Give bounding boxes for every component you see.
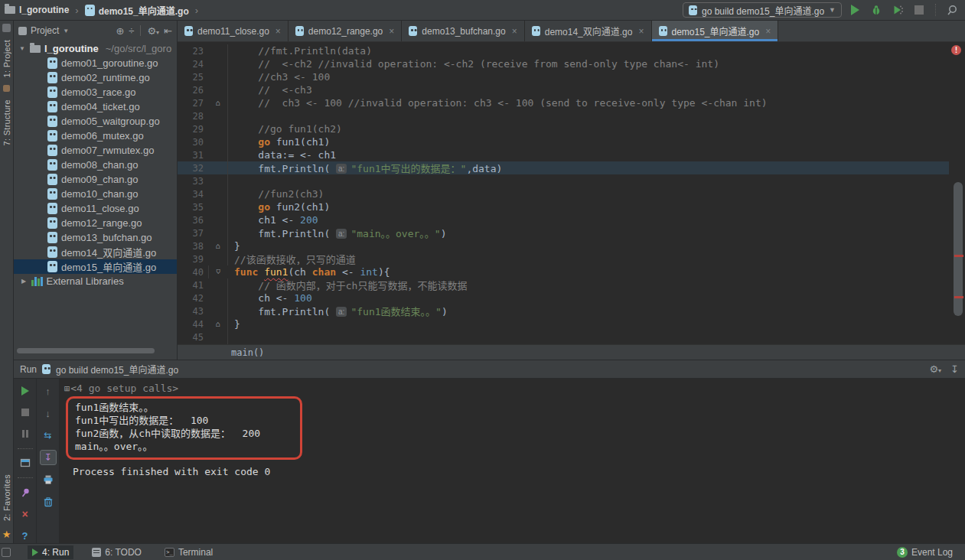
close-tab-icon[interactable]: ×: [638, 26, 644, 37]
console-output-line: fun1函数结束。。: [75, 401, 260, 414]
go-file-icon: [409, 26, 417, 36]
editor-tab[interactable]: demo15_单向通道.go×: [652, 21, 779, 41]
close-tab-icon[interactable]: ×: [275, 26, 281, 37]
coverage-icon: [892, 5, 903, 15]
run-with-coverage-button[interactable]: [889, 2, 906, 18]
tree-file-item[interactable]: demo03_race.go: [14, 85, 177, 99]
print-button[interactable]: [40, 472, 57, 487]
expand-arrow-icon[interactable]: ▼: [18, 45, 26, 52]
run-configuration-select[interactable]: go build demo15_单向通道.go ▼: [683, 2, 842, 18]
fold-marker-icon[interactable]: ⌂: [208, 265, 228, 278]
debug-button[interactable]: [868, 2, 885, 18]
collapse-all-button[interactable]: ÷: [129, 26, 134, 36]
star-icon: ★: [2, 529, 11, 540]
run-console-output[interactable]: ⊞<4 go setup calls> fun1函数结束。。fun1中写出的数据…: [60, 379, 965, 543]
restore-layout-button[interactable]: [17, 456, 34, 470]
stop-button[interactable]: [911, 2, 928, 18]
tree-file-item[interactable]: demo01_goroutine.go: [14, 56, 177, 70]
breadcrumb-file[interactable]: demo15_单向通道.go: [85, 4, 189, 17]
settings-gear-button[interactable]: ⚙▾: [147, 26, 159, 36]
fold-marker-icon[interactable]: ⌂: [208, 96, 228, 109]
pause-output-button[interactable]: [17, 427, 34, 441]
tree-file-item[interactable]: demo11_close.go: [14, 201, 177, 216]
tree-file-item[interactable]: demo05_waitgroup.go: [14, 114, 177, 129]
toolstrip-project-button[interactable]: 1: Project: [2, 40, 11, 77]
prev-occurrence-button[interactable]: ↑: [40, 383, 57, 399]
error-stripe-mark[interactable]: [954, 296, 963, 298]
tree-file-item[interactable]: demo07_rwmutex.go: [14, 143, 177, 158]
code-segment: int: [360, 266, 377, 278]
editor-tab[interactable]: demo13_bufchan.go×: [402, 21, 524, 41]
code-line: 24 // <-ch2 //invalid operation: <-ch2 (…: [178, 57, 949, 70]
console-output-line: fun2函数，从ch中读取的数据是： 200: [75, 427, 260, 440]
close-tab-icon[interactable]: ×: [765, 26, 771, 37]
project-horizontal-scrollbar[interactable]: [17, 348, 155, 353]
code-segment: //fmt.Println(data): [234, 45, 372, 57]
line-number: 27: [178, 98, 208, 109]
locate-file-button[interactable]: ⊕: [116, 26, 124, 36]
tool-window-icon: [3, 85, 10, 92]
tree-file-item[interactable]: demo15_单向通道.go: [14, 259, 177, 274]
close-tab-icon[interactable]: ×: [512, 26, 517, 37]
statusbar-run-button[interactable]: 4: Run: [28, 545, 73, 559]
toolstrip-favorites-button[interactable]: 2: Favorites: [2, 474, 11, 521]
fold-marker-icon[interactable]: ⌂: [208, 317, 228, 330]
gutter: [208, 304, 228, 317]
tree-file-item[interactable]: demo08_chan.go: [14, 158, 177, 172]
tree-file-item[interactable]: demo10_chan.go: [14, 187, 177, 201]
tree-file-item[interactable]: demo09_chan.go: [14, 172, 177, 187]
error-stripe-mark[interactable]: [954, 255, 963, 257]
minimize-panel-button[interactable]: ↧: [950, 363, 959, 375]
editor-tab[interactable]: demo11_close.go×: [178, 21, 289, 41]
context-function-label[interactable]: main(): [231, 347, 264, 358]
code-segment: 200: [300, 214, 318, 226]
tree-file-item[interactable]: demo06_mutex.go: [14, 129, 177, 143]
code-editor[interactable]: 23 //fmt.Println(data)24 // <-ch2 //inva…: [178, 42, 965, 344]
code-segment: func: [234, 343, 258, 344]
tree-file-item[interactable]: demo04_ticket.go: [14, 99, 177, 114]
folded-region-label: <4 go setup calls>: [70, 383, 178, 394]
expand-fold-icon[interactable]: ⊞: [64, 383, 70, 394]
search-everywhere-button[interactable]: [944, 2, 960, 18]
code-segment: func: [234, 266, 258, 278]
pin-tab-button[interactable]: [17, 485, 34, 500]
file-name-label: demo13_bufchan.go: [61, 232, 152, 243]
rerun-button[interactable]: [17, 383, 34, 398]
run-button[interactable]: [846, 2, 863, 18]
code-text: fmt.Println( a:"fun1中写出的数据是：",data): [228, 161, 502, 175]
external-libraries-node[interactable]: ▶ External Libraries: [14, 274, 177, 288]
tree-file-item[interactable]: demo13_bufchan.go: [14, 230, 177, 245]
tree-root-folder[interactable]: ▼ l_goroutine ~/go/src/l_goro: [14, 41, 177, 56]
run-settings-gear-button[interactable]: ⚙▾: [929, 363, 941, 375]
tool-window-switcher-icon[interactable]: [2, 548, 11, 557]
file-name-label: demo06_mutex.go: [61, 130, 144, 142]
folded-region-line[interactable]: ⊞<4 go setup calls>: [64, 382, 965, 396]
project-view-select[interactable]: Project ▼: [18, 25, 69, 36]
next-occurrence-button[interactable]: ↓: [40, 405, 57, 421]
event-log-button[interactable]: 3 Event Log: [892, 545, 957, 559]
tree-file-item[interactable]: demo12_range.go: [14, 216, 177, 230]
code-segment: go: [258, 201, 270, 213]
code-segment: ): [442, 306, 448, 317]
breadcrumb-separator: ›: [194, 5, 200, 16]
expand-arrow-icon[interactable]: ▶: [20, 278, 28, 285]
close-tab-icon[interactable]: ×: [389, 26, 394, 37]
editor-tab[interactable]: demo12_range.go×: [289, 21, 402, 41]
error-indicator-badge[interactable]: !: [951, 45, 961, 55]
tree-file-item[interactable]: demo14_双向通道.go: [14, 245, 177, 259]
stop-process-button[interactable]: [17, 405, 34, 419]
fold-marker-icon[interactable]: ⌂: [208, 239, 228, 252]
help-button[interactable]: ?: [17, 529, 34, 543]
editor-tab[interactable]: demo14_双向通道.go×: [525, 21, 652, 41]
soft-wrap-button[interactable]: ⇆: [40, 428, 57, 443]
close-panel-button[interactable]: ×: [17, 506, 34, 521]
toolstrip-structure-button[interactable]: 7: Structure: [2, 99, 11, 145]
scroll-to-end-button[interactable]: ↧: [40, 450, 57, 465]
hide-panel-button[interactable]: ⇤: [164, 26, 172, 36]
tab-label: demo12_range.go: [308, 26, 383, 37]
tree-file-item[interactable]: demo02_runtime.go: [14, 70, 177, 85]
statusbar-todo-button[interactable]: 6: TODO: [87, 545, 146, 559]
clear-console-button[interactable]: [40, 494, 57, 510]
breadcrumb-project[interactable]: l_goroutine: [5, 5, 69, 15]
statusbar-terminal-button[interactable]: >_ Terminal: [160, 545, 217, 559]
